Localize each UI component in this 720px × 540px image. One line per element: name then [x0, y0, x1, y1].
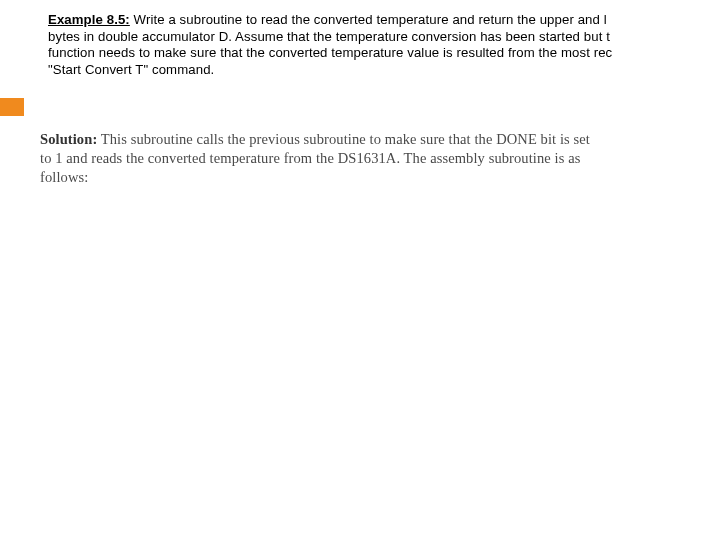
solution-line-3: follows:	[40, 168, 712, 187]
example-line-1: Example 8.5: Write a subroutine to read …	[48, 12, 720, 29]
example-line-2: bytes in double accumulator D. Assume th…	[48, 29, 720, 46]
solution-block: Solution: This subroutine calls the prev…	[40, 130, 712, 187]
solution-line-1-text: This subroutine calls the previous subro…	[97, 131, 590, 147]
example-line-1-text: Write a subroutine to read the converted…	[130, 12, 607, 27]
example-line-4: "Start Convert T" command.	[48, 62, 720, 79]
solution-label: Solution:	[40, 131, 97, 147]
solution-line-1: Solution: This subroutine calls the prev…	[40, 130, 712, 149]
accent-bar	[0, 98, 24, 116]
example-line-3: function needs to make sure that the con…	[48, 45, 720, 62]
example-label: Example 8.5:	[48, 12, 130, 27]
example-block: Example 8.5: Write a subroutine to read …	[48, 12, 720, 78]
solution-line-2: to 1 and reads the converted temperature…	[40, 149, 712, 168]
slide: Example 8.5: Write a subroutine to read …	[0, 0, 720, 540]
